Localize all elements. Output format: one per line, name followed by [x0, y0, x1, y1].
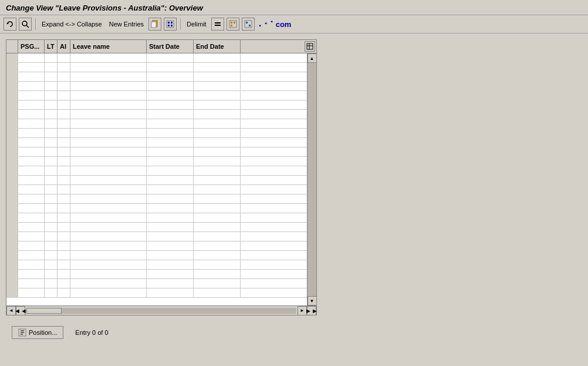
horizontal-scrollbar[interactable]: ◄ ◄◄ ► ►► — [6, 305, 316, 315]
row-selector[interactable] — [6, 251, 18, 260]
cell-start — [147, 166, 194, 176]
cell-ai — [58, 194, 70, 204]
row-selector[interactable] — [6, 147, 18, 157]
row-selector[interactable] — [6, 223, 18, 232]
row-selector[interactable] — [6, 53, 18, 63]
h-scroll-track[interactable] — [26, 308, 296, 314]
cell-ai — [58, 91, 70, 100]
icon-btn-4[interactable] — [227, 18, 239, 31]
row-selector[interactable] — [6, 82, 18, 91]
cell-lt — [45, 100, 58, 110]
cell-lt — [45, 176, 58, 185]
cell-start — [147, 110, 194, 119]
cell-psg — [18, 270, 45, 279]
row-selector[interactable] — [6, 279, 18, 288]
cell-end — [194, 110, 241, 119]
icon-btn-3[interactable] — [211, 18, 224, 31]
cell-ai — [58, 279, 70, 288]
row-selector[interactable] — [6, 72, 18, 82]
cell-ai — [58, 53, 70, 63]
cell-psg — [18, 91, 45, 100]
scroll-end-button[interactable]: ►► — [307, 306, 316, 315]
find-button[interactable] — [19, 18, 32, 31]
cell-lt — [45, 72, 58, 82]
cell-start — [147, 138, 194, 147]
row-selector[interactable] — [6, 100, 18, 110]
export-icon-btn[interactable] — [164, 18, 177, 31]
cell-end — [194, 176, 241, 185]
icon-btn-5[interactable] — [242, 18, 255, 31]
row-selector[interactable] — [6, 185, 18, 194]
position-button[interactable]: Position... — [12, 326, 63, 339]
scroll-home-button[interactable]: ◄◄ — [16, 306, 25, 315]
cell-ai — [58, 288, 70, 298]
table-layout-button[interactable] — [305, 41, 315, 52]
row-selector[interactable] — [6, 204, 18, 213]
vertical-scrollbar[interactable]: ▲ ▼ — [307, 53, 316, 305]
cell-psg — [18, 129, 45, 138]
find-icon — [21, 20, 29, 28]
cell-ai — [58, 270, 70, 279]
row-selector[interactable] — [6, 119, 18, 129]
scroll-up-button[interactable]: ▲ — [307, 53, 317, 63]
cell-end — [194, 166, 241, 176]
row-selector[interactable] — [6, 213, 18, 223]
cell-start — [147, 279, 194, 288]
table-row — [6, 204, 307, 213]
cell-psg — [18, 119, 45, 129]
svg-rect-12 — [229, 21, 236, 28]
export-icon — [166, 20, 174, 28]
scroll-down-button[interactable]: ▼ — [307, 296, 317, 305]
expand-collapse-button[interactable]: Expand <-> Collapse — [39, 19, 104, 29]
cell-psg — [18, 213, 45, 223]
table-row — [6, 194, 307, 204]
cell-ai — [58, 157, 70, 166]
delimit-button[interactable]: Delimit — [184, 19, 209, 29]
cell-leave — [70, 138, 147, 147]
sap-logo: ⠄⠂⠁com — [258, 20, 292, 29]
row-selector[interactable] — [6, 129, 18, 138]
cell-start — [147, 251, 194, 260]
row-selector[interactable] — [6, 91, 18, 100]
cell-lt — [45, 213, 58, 223]
cell-lt — [45, 270, 58, 279]
cell-start — [147, 270, 194, 279]
cell-lt — [45, 223, 58, 232]
table-row — [6, 185, 307, 194]
cell-end — [194, 147, 241, 157]
undo-button[interactable] — [4, 18, 16, 31]
row-selector[interactable] — [6, 110, 18, 119]
new-entries-button[interactable]: New Entries — [107, 19, 146, 29]
row-selector[interactable] — [6, 63, 18, 72]
row-selector[interactable] — [6, 270, 18, 279]
select-icon — [214, 20, 222, 28]
new-entries-label: New Entries — [109, 21, 144, 28]
scroll-track[interactable] — [307, 63, 317, 296]
row-selector[interactable] — [6, 166, 18, 176]
row-selector[interactable] — [6, 232, 18, 241]
row-selector[interactable] — [6, 241, 18, 251]
main-window: Change View "Leave Provisions - Australi… — [0, 0, 588, 366]
cell-end — [194, 82, 241, 91]
cell-psg — [18, 110, 45, 119]
cell-ai — [58, 260, 70, 270]
copy-icon-btn[interactable] — [148, 18, 161, 31]
cell-psg — [18, 82, 45, 91]
row-selector[interactable] — [6, 138, 18, 147]
table-icon — [229, 20, 237, 28]
cell-leave — [70, 157, 147, 166]
row-selector[interactable] — [6, 194, 18, 204]
cell-lt — [45, 129, 58, 138]
row-selector[interactable] — [6, 157, 18, 166]
cell-end — [194, 270, 241, 279]
cell-ai — [58, 147, 70, 157]
row-selector[interactable] — [6, 176, 18, 185]
col-header-ai: AI — [58, 40, 70, 53]
cell-end — [194, 194, 241, 204]
expand-collapse-label: Expand <-> Collapse — [42, 21, 102, 28]
cell-psg — [18, 251, 45, 260]
cell-psg — [18, 157, 45, 166]
row-selector[interactable] — [6, 288, 18, 298]
row-selector[interactable] — [6, 260, 18, 270]
table-container: PSG... LT AI Leave name Start Date End D… — [6, 39, 317, 315]
